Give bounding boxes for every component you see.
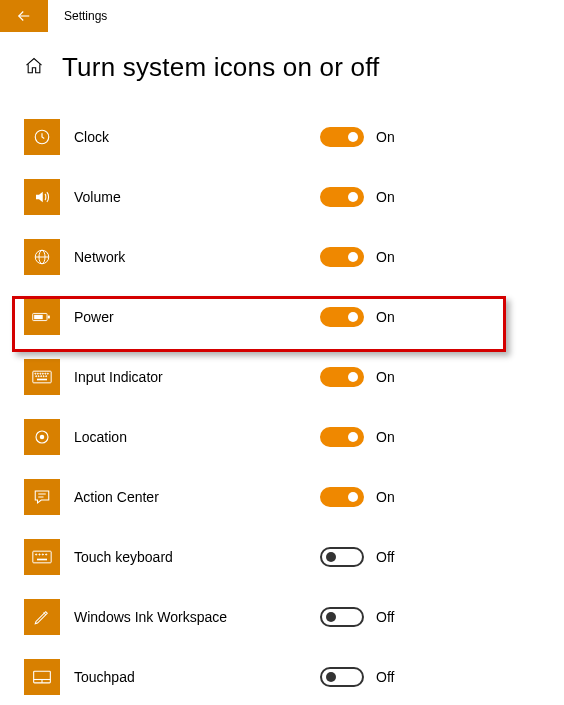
toggle-state-text: On <box>376 369 395 385</box>
toggle-group: On <box>320 427 395 447</box>
setting-row-windows-ink: Windows Ink WorkspaceOff <box>24 587 540 647</box>
setting-row-clock: ClockOn <box>24 107 540 167</box>
setting-label: Power <box>74 309 540 325</box>
setting-row-volume: VolumeOn <box>24 167 540 227</box>
toggle-state-text: Off <box>376 669 394 685</box>
setting-label: Clock <box>74 129 540 145</box>
setting-row-power: PowerOn <box>24 287 540 347</box>
svg-point-14 <box>38 376 39 377</box>
toggle-group: On <box>320 307 395 327</box>
setting-label: Touch keyboard <box>74 549 540 565</box>
touch-keyboard-icon <box>24 539 60 575</box>
svg-point-23 <box>36 554 37 555</box>
toggle-location[interactable] <box>320 427 364 447</box>
toggle-group: On <box>320 487 395 507</box>
svg-point-13 <box>36 376 37 377</box>
setting-row-touchpad: TouchpadOff <box>24 647 540 705</box>
toggle-state-text: On <box>376 189 395 205</box>
setting-label: Input Indicator <box>74 369 540 385</box>
svg-point-8 <box>37 373 38 374</box>
svg-point-24 <box>39 554 40 555</box>
toggle-clock[interactable] <box>320 127 364 147</box>
arrow-left-icon <box>15 7 33 25</box>
toggle-group: On <box>320 187 395 207</box>
toggle-group: On <box>320 127 395 147</box>
svg-point-25 <box>42 554 43 555</box>
volume-icon <box>24 179 60 215</box>
setting-row-action-center: Action CenterOn <box>24 467 540 527</box>
toggle-state-text: On <box>376 429 395 445</box>
toggle-touch-keyboard[interactable] <box>320 547 364 567</box>
toggle-touchpad[interactable] <box>320 667 364 687</box>
setting-label: Volume <box>74 189 540 205</box>
touchpad-icon <box>24 659 60 695</box>
svg-point-15 <box>41 376 42 377</box>
action-center-icon <box>24 479 60 515</box>
toggle-group: Off <box>320 667 394 687</box>
window-title: Settings <box>64 9 107 23</box>
toggle-action-center[interactable] <box>320 487 364 507</box>
page-title: Turn system icons on or off <box>62 52 380 83</box>
setting-label: Network <box>74 249 540 265</box>
svg-rect-18 <box>37 379 47 381</box>
toggle-windows-ink[interactable] <box>320 607 364 627</box>
svg-rect-21 <box>33 551 51 563</box>
svg-point-10 <box>42 373 43 374</box>
svg-point-11 <box>45 373 46 374</box>
toggle-group: On <box>320 247 395 267</box>
svg-point-20 <box>40 435 45 440</box>
setting-label: Windows Ink Workspace <box>74 609 540 625</box>
toggle-state-text: On <box>376 309 395 325</box>
toggle-state-text: On <box>376 249 395 265</box>
toggle-network[interactable] <box>320 247 364 267</box>
svg-rect-22 <box>37 559 47 561</box>
toggle-input-indicator[interactable] <box>320 367 364 387</box>
svg-rect-4 <box>48 316 50 319</box>
svg-point-17 <box>46 376 47 377</box>
back-button[interactable] <box>0 0 48 32</box>
clock-icon <box>24 119 60 155</box>
svg-point-26 <box>46 554 47 555</box>
toggle-power[interactable] <box>320 307 364 327</box>
toggle-state-text: Off <box>376 549 394 565</box>
input-indicator-icon <box>24 359 60 395</box>
toggle-state-text: Off <box>376 609 394 625</box>
setting-label: Location <box>74 429 540 445</box>
windows-ink-icon <box>24 599 60 635</box>
setting-row-touch-keyboard: Touch keyboardOff <box>24 527 540 587</box>
setting-label: Touchpad <box>74 669 540 685</box>
title-bar: Settings <box>0 0 564 32</box>
toggle-group: Off <box>320 547 394 567</box>
setting-row-input-indicator: Input IndicatorOn <box>24 347 540 407</box>
svg-point-12 <box>47 373 48 374</box>
power-icon <box>24 299 60 335</box>
setting-label: Action Center <box>74 489 540 505</box>
toggle-state-text: On <box>376 129 395 145</box>
setting-row-location: LocationOn <box>24 407 540 467</box>
toggle-group: Off <box>320 607 394 627</box>
svg-point-16 <box>43 376 44 377</box>
network-icon <box>24 239 60 275</box>
svg-rect-5 <box>34 315 43 319</box>
system-icons-list: ClockOnVolumeOnNetworkOnPowerOnInput Ind… <box>0 107 564 705</box>
svg-point-9 <box>40 373 41 374</box>
location-icon <box>24 419 60 455</box>
toggle-group: On <box>320 367 395 387</box>
svg-point-7 <box>35 373 36 374</box>
page-header: Turn system icons on or off <box>0 32 564 107</box>
home-icon[interactable] <box>24 56 44 80</box>
toggle-volume[interactable] <box>320 187 364 207</box>
toggle-state-text: On <box>376 489 395 505</box>
setting-row-network: NetworkOn <box>24 227 540 287</box>
